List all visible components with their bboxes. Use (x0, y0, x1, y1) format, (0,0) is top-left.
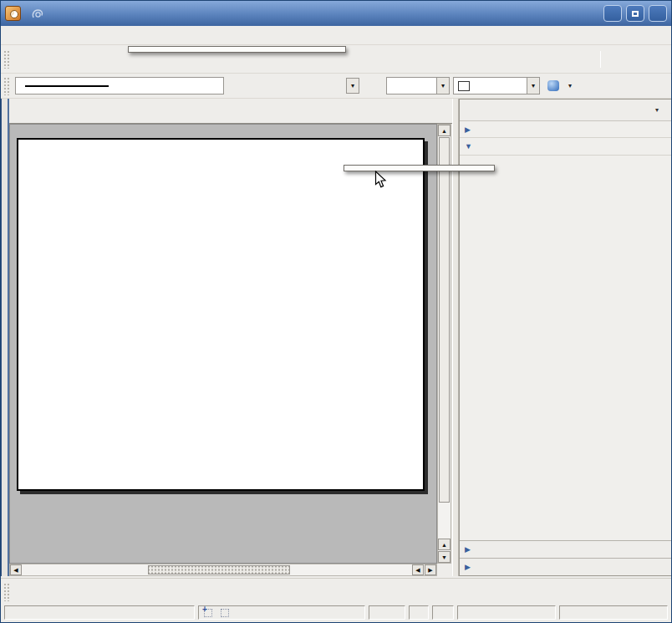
section-folienuebergang[interactable]: ▶ (460, 558, 672, 575)
slide-pane-splitter[interactable] (1, 99, 9, 576)
status-template-cell[interactable] (559, 605, 668, 620)
horizontal-scroll-thumb[interactable] (148, 565, 290, 574)
section-masterseiten[interactable]: ▶ (460, 121, 672, 138)
collapsed-arrow-icon: ▶ (465, 125, 471, 134)
task-pane-header: ▾ (460, 100, 672, 121)
line-style-sample (25, 85, 109, 87)
minimize-button[interactable] (603, 5, 622, 22)
horizontal-scrollbar[interactable]: ◀ ◀ ▶ (9, 564, 437, 576)
scroll-left-button-2[interactable]: ◀ (412, 564, 424, 575)
document-canvas[interactable] (9, 124, 437, 564)
toolbar-handle[interactable] (3, 77, 9, 95)
fill-color-dd-icon[interactable]: ▾ (527, 78, 539, 94)
area-style-select[interactable]: ▾ (386, 77, 450, 94)
line-filling-toolbar: ▾ ▾ ▾ ▾ (1, 74, 671, 99)
mouse-cursor (374, 171, 387, 189)
collapsed-arrow-icon: ▶ (465, 545, 471, 554)
maximize-icon (632, 11, 639, 17)
line-style-select[interactable] (15, 77, 224, 94)
status-info-cell (4, 605, 195, 620)
area-style-dd-icon[interactable]: ▾ (436, 78, 449, 94)
section-benutzerdefinierte-animation[interactable]: ▶ (460, 540, 672, 558)
impress-app-icon (5, 6, 21, 21)
close-button[interactable] (649, 5, 667, 22)
title-bar (1, 1, 671, 26)
scroll-up-button-2[interactable]: ▲ (438, 539, 451, 550)
expanded-arrow-icon: ▼ (465, 142, 471, 151)
shadow-icon (547, 80, 559, 91)
status-page-cell[interactable] (457, 605, 556, 620)
toolbar-separator (600, 51, 601, 68)
maximize-button[interactable] (626, 5, 644, 22)
position-icon (204, 609, 212, 617)
drawing-toolbar (1, 578, 671, 605)
status-bar (1, 603, 671, 622)
shadow-button[interactable] (543, 76, 563, 96)
scroll-right-button[interactable]: ▶ (425, 564, 436, 575)
line-color-button[interactable] (363, 76, 383, 96)
impress-window: ▾ ▾ ▾ ▾ ▲ ▲ ▼ ◀ ◀ ▶ (0, 0, 672, 623)
status-modified-cell (409, 605, 429, 620)
slide-button[interactable] (603, 49, 624, 69)
scroll-left-button[interactable]: ◀ (10, 564, 22, 575)
view-tab-bar (9, 99, 452, 124)
line-width-dd-button[interactable]: ▾ (346, 78, 359, 94)
status-zoom-cell[interactable] (369, 605, 405, 620)
vertical-scroll-thumb[interactable] (439, 137, 450, 503)
status-empty-cell (432, 605, 454, 620)
ansicht-menu (128, 46, 346, 53)
ooo-logo-swirl-icon (31, 8, 45, 20)
toolbar-handle[interactable] (3, 50, 9, 69)
slide-page[interactable] (17, 138, 425, 491)
chevron-down-icon: ▾ (655, 106, 659, 114)
fill-color-select[interactable]: ▾ (453, 77, 540, 94)
scroll-up-button[interactable]: ▲ (438, 125, 451, 136)
scroll-down-button[interactable]: ▼ (438, 551, 451, 563)
collapsed-arrow-icon: ▶ (465, 563, 471, 571)
size-icon (221, 609, 229, 617)
section-layouts[interactable]: ▼ (460, 138, 672, 156)
master-submenu (344, 165, 495, 171)
status-position-size-cell[interactable] (198, 605, 365, 620)
menu-bar (1, 26, 671, 45)
fill-color-swatch (458, 81, 470, 91)
task-pane-view-dropdown[interactable]: ▾ (653, 106, 659, 114)
toolbar-handle[interactable] (3, 583, 9, 601)
toolbar-more-dd-icon[interactable]: ▾ (568, 82, 572, 89)
vertical-scrollbar[interactable]: ▲ ▲ ▼ (437, 124, 451, 564)
